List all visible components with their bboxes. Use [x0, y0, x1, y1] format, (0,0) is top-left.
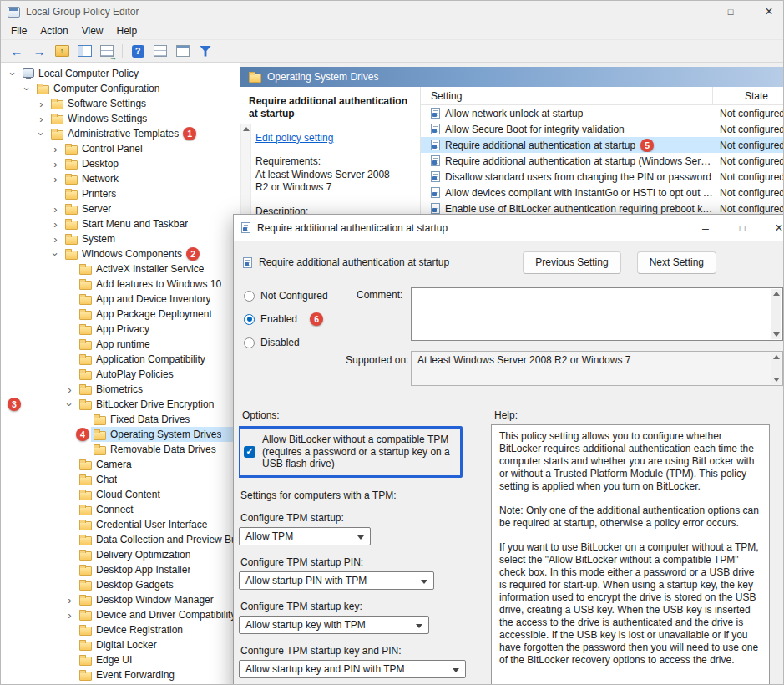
- tree-expand-icon[interactable]: ›: [63, 398, 76, 412]
- setting-row-allow-secure-boot-for-integrity-validation[interactable]: Allow Secure Boot for integrity validati…: [421, 121, 783, 137]
- tree-expand-icon[interactable]: ›: [7, 67, 19, 81]
- tree-expand-icon[interactable]: ›: [35, 127, 48, 141]
- tree-item-data-collection-and-preview-builds[interactable]: Data Collection and Preview Builds: [1, 532, 240, 547]
- radio-disabled[interactable]: Disabled: [244, 334, 328, 351]
- maximize-button[interactable]: [711, 1, 750, 23]
- list-view-icon[interactable]: [150, 42, 170, 60]
- tree-item-cloud-content[interactable]: Cloud Content: [1, 487, 240, 502]
- minimize-button[interactable]: [673, 1, 711, 23]
- menu-file[interactable]: File: [4, 23, 33, 38]
- column-header-state[interactable]: State: [713, 90, 783, 102]
- menu-help[interactable]: Help: [110, 23, 144, 38]
- scroll-up-icon[interactable]: [773, 292, 780, 296]
- tree-item-fixed-data-drives[interactable]: Fixed Data Drives: [1, 412, 240, 427]
- tree-item-chat[interactable]: Chat: [1, 472, 240, 487]
- tree-expand-icon[interactable]: ›: [48, 203, 63, 216]
- tree-item-credential-user-interface[interactable]: Credential User Interface: [1, 517, 240, 532]
- tree-item-software-settings[interactable]: ›Software Settings: [1, 96, 240, 111]
- tree-item-digital-locker[interactable]: Digital Locker: [1, 637, 240, 652]
- allow-bitlocker-without-tpm-checkbox[interactable]: [244, 446, 255, 458]
- menu-view[interactable]: View: [75, 23, 110, 38]
- tree-expand-icon[interactable]: ›: [63, 594, 77, 606]
- scroll-up-icon[interactable]: [243, 127, 250, 131]
- setting-row-require-additional-authentication-at-startup[interactable]: Require additional authentication at sta…: [421, 137, 783, 153]
- tree-expand-icon[interactable]: ›: [34, 98, 48, 110]
- tree-item-control-panel[interactable]: ›Control Panel: [1, 141, 240, 156]
- close-button[interactable]: [750, 1, 784, 23]
- tree-item-connect[interactable]: Connect: [1, 502, 240, 517]
- next-setting-button[interactable]: Next Setting: [637, 251, 716, 274]
- tree-item-event-forwarding[interactable]: Event Forwarding: [1, 667, 240, 682]
- menu-action[interactable]: Action: [33, 23, 74, 38]
- back-icon[interactable]: [7, 42, 27, 60]
- tree-item-windows-settings[interactable]: ›Windows Settings: [1, 111, 240, 126]
- tree-item-administrative-templates[interactable]: ›Administrative Templates1: [1, 126, 240, 141]
- tree-item-activex-installer-service[interactable]: ActiveX Installer Service: [1, 261, 240, 277]
- tree-expand-icon[interactable]: ›: [34, 113, 48, 125]
- tree-expand-icon[interactable]: ›: [48, 218, 63, 231]
- up-one-level-icon[interactable]: [52, 42, 72, 60]
- show-console-tree-icon[interactable]: [74, 42, 94, 60]
- tree-item-app-and-device-inventory[interactable]: App and Device Inventory: [1, 292, 240, 307]
- radio-not-configured[interactable]: Not Configured: [244, 287, 328, 304]
- tree-expand-icon[interactable]: ›: [48, 143, 63, 155]
- tree-expand-icon[interactable]: ›: [63, 609, 77, 622]
- dropdown-configure-tpm-startup[interactable]: Allow TPM: [239, 527, 371, 545]
- supported-scrollbar[interactable]: [771, 353, 781, 384]
- tree-item-printers[interactable]: Printers: [1, 186, 240, 201]
- dropdown-configure-tpm-startup-key[interactable]: Allow startup key with TPM: [239, 616, 429, 634]
- tree-expand-icon[interactable]: ›: [48, 158, 63, 170]
- tree-expand-icon[interactable]: ›: [49, 247, 62, 261]
- tree-item-autoplay-policies[interactable]: AutoPlay Policies: [1, 367, 240, 382]
- column-header-setting[interactable]: Setting: [421, 87, 713, 104]
- tree-item-system[interactable]: ›System: [1, 231, 240, 246]
- dialog-close-button[interactable]: [761, 215, 784, 241]
- dialog-minimize-button[interactable]: [687, 215, 724, 241]
- tree-item-app-package-deployment[interactable]: App Package Deployment: [1, 307, 240, 322]
- tree-expand-icon[interactable]: ›: [48, 173, 63, 185]
- setting-row-require-additional-authentication-at-startup-[interactable]: Require additional authentication at sta…: [421, 153, 783, 169]
- edit-policy-setting-link[interactable]: Edit policy setting: [255, 132, 333, 144]
- filter-icon[interactable]: [195, 42, 215, 60]
- help-icon[interactable]: [128, 42, 148, 60]
- dropdown-configure-tpm-startup-key-and-pin[interactable]: Allow startup key and PIN with TPM: [239, 660, 466, 678]
- forward-icon[interactable]: [29, 42, 49, 60]
- tree-item-device-registration[interactable]: Device Registration: [1, 622, 240, 637]
- tree-item-computer-configuration[interactable]: ›Computer Configuration: [1, 81, 240, 96]
- detail-view-icon[interactable]: [173, 42, 193, 60]
- tree-item-desktop[interactable]: ›Desktop: [1, 156, 240, 171]
- tree-item-start-menu-and-taskbar[interactable]: ›Start Menu and Taskbar: [1, 216, 240, 231]
- tree-item-app-privacy[interactable]: App Privacy: [1, 322, 240, 337]
- tree-expand-icon[interactable]: ›: [63, 383, 77, 396]
- tree-item-camera[interactable]: Camera: [1, 457, 240, 472]
- comment-scrollbar[interactable]: [771, 289, 781, 339]
- tree-item-desktop-gadgets[interactable]: Desktop Gadgets: [1, 577, 240, 592]
- setting-row-allow-devices-compliant-with-instantgo-or-hst[interactable]: Allow devices compliant with InstantGo o…: [421, 185, 783, 200]
- tree-item-server[interactable]: ›Server: [1, 201, 240, 216]
- tree-item-add-features-to-windows-10[interactable]: Add features to Windows 10: [1, 277, 240, 292]
- tree-item-application-compatibility[interactable]: Application Compatibility: [1, 352, 240, 367]
- setting-row-allow-network-unlock-at-startup[interactable]: Allow network unlock at startupNot confi…: [421, 105, 783, 121]
- tree-expand-icon[interactable]: ›: [48, 233, 63, 246]
- tree-item-app-runtime[interactable]: App runtime: [1, 337, 240, 352]
- previous-setting-button[interactable]: Previous Setting: [523, 251, 620, 274]
- tree-item-bitlocker-drive-encryption[interactable]: 3›BitLocker Drive Encryption: [1, 397, 240, 412]
- scroll-up-icon[interactable]: [773, 355, 780, 359]
- tree-item-edge-ui[interactable]: Edge UI: [1, 652, 240, 667]
- tree-item-local-computer-policy[interactable]: ›Local Computer Policy: [1, 66, 240, 81]
- scroll-down-icon[interactable]: [773, 378, 780, 382]
- tree-item-windows-components[interactable]: ›Windows Components2: [1, 246, 240, 261]
- setting-row-disallow-standard-users-from-changing-the-pin[interactable]: Disallow standard users from changing th…: [421, 169, 783, 185]
- comment-input[interactable]: [411, 287, 783, 341]
- dialog-maximize-button[interactable]: [724, 215, 761, 241]
- tree-item-biometrics[interactable]: ›Biometrics: [1, 382, 240, 397]
- export-list-icon[interactable]: [97, 42, 117, 60]
- tree-item-device-and-driver-compatibility[interactable]: ›Device and Driver Compatibility: [1, 607, 240, 622]
- dropdown-configure-tpm-startup-pin[interactable]: Allow startup PIN with TPM: [239, 571, 434, 590]
- scroll-down-icon[interactable]: [773, 332, 780, 337]
- tree-item-delivery-optimization[interactable]: Delivery Optimization: [1, 547, 240, 562]
- tree-item-removable-data-drives[interactable]: Removable Data Drives: [1, 442, 240, 457]
- tree-item-desktop-window-manager[interactable]: ›Desktop Window Manager: [1, 592, 240, 607]
- radio-enabled[interactable]: Enabled6: [244, 311, 328, 327]
- tree-item-desktop-app-installer[interactable]: Desktop App Installer: [1, 562, 240, 577]
